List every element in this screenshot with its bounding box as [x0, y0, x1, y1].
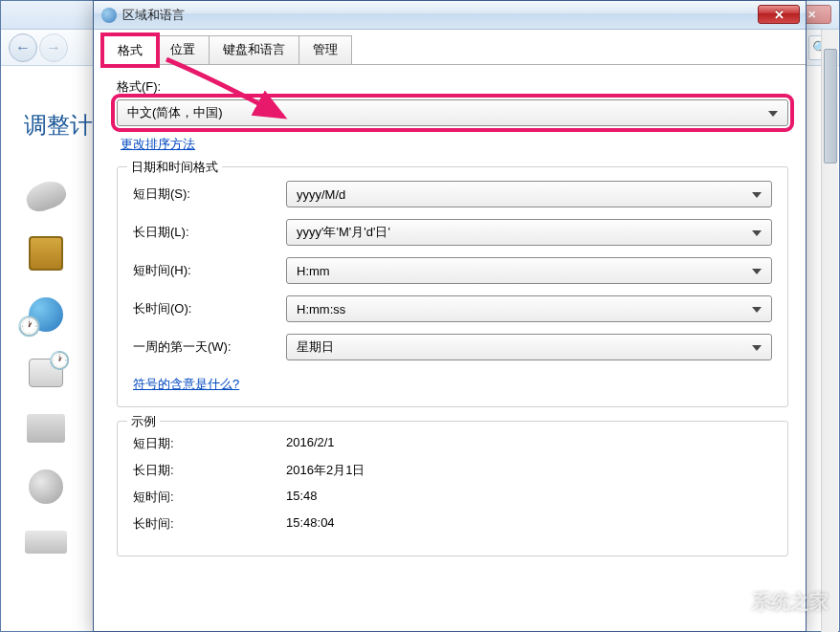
long-date-label: 长日期(L): — [133, 224, 286, 241]
short-time-label: 短时间(H): — [133, 262, 286, 279]
region-language-dialog: 区域和语言 ✕ 格式 位置 键盘和语言 管理 格式(F): 中文(简体，中国) … — [93, 0, 807, 632]
datetime-group-title: 日期和时间格式 — [127, 159, 222, 176]
parent-page-title: 调整计 — [24, 110, 93, 141]
tab-body: 格式(F): 中文(简体，中国) 更改排序方法 日期和时间格式 短日期(S): … — [94, 65, 806, 556]
short-date-dropdown[interactable]: yyyy/M/d — [286, 181, 772, 207]
sidebar — [12, 183, 79, 554]
example-group-title: 示例 — [127, 413, 160, 430]
long-time-dropdown[interactable]: H:mm:ss — [286, 295, 772, 322]
example-long-date-label: 长日期: — [133, 462, 286, 479]
dialog-title: 区域和语言 — [122, 7, 185, 24]
tab-strip: 格式 位置 键盘和语言 管理 — [103, 35, 806, 65]
close-icon: ✕ — [774, 8, 785, 22]
long-time-label: 长时间(O): — [133, 300, 286, 317]
short-time-dropdown[interactable]: H:mm — [286, 257, 772, 284]
example-short-date-label: 短日期: — [133, 435, 286, 452]
scrollbar-thumb[interactable] — [824, 49, 837, 163]
format-dropdown[interactable]: 中文(简体，中国) — [117, 99, 788, 126]
long-date-dropdown[interactable]: yyyy'年'M'月'd'日' — [286, 219, 772, 246]
globe-clock-icon[interactable] — [23, 297, 69, 332]
globe-icon — [101, 8, 117, 23]
nav-back-button[interactable]: ← — [9, 33, 37, 62]
example-short-date-value: 2016/2/1 — [286, 435, 335, 452]
example-long-time-label: 长时间: — [133, 515, 286, 533]
format-label: 格式(F): — [117, 78, 788, 96]
example-short-time-value: 15:48 — [286, 489, 318, 506]
printer-icon[interactable] — [27, 414, 65, 443]
keyboard-icon[interactable] — [25, 531, 67, 554]
dialog-close-button[interactable]: ✕ — [758, 5, 800, 24]
change-sort-link[interactable]: 更改排序方法 — [121, 136, 195, 153]
arrow-left-icon: ← — [15, 39, 31, 56]
tab-format[interactable]: 格式 — [103, 35, 157, 65]
arrow-right-icon: → — [46, 39, 61, 56]
example-long-date-value: 2016年2月1日 — [286, 462, 365, 479]
example-group: 示例 短日期: 2016/2/1 长日期: 2016年2月1日 短时间: 15:… — [117, 421, 788, 556]
short-date-label: 短日期(S): — [133, 185, 286, 203]
format-dropdown-value: 中文(简体，中国) — [127, 104, 223, 121]
example-short-time-label: 短时间: — [133, 489, 286, 506]
dialog-titlebar[interactable]: 区域和语言 ✕ — [94, 1, 806, 30]
symbol-meaning-link[interactable]: 符号的含意是什么? — [133, 376, 239, 393]
first-day-dropdown[interactable]: 星期日 — [286, 334, 772, 360]
nav-forward-button[interactable]: → — [39, 33, 68, 62]
calendar-clock-icon[interactable] — [29, 359, 63, 387]
close-icon: ✕ — [807, 9, 816, 21]
tab-location[interactable]: 位置 — [156, 35, 210, 64]
first-day-label: 一周的第一天(W): — [133, 338, 286, 356]
speaker-icon[interactable] — [29, 469, 63, 504]
parent-scrollbar[interactable] — [821, 30, 838, 632]
example-long-time-value: 15:48:04 — [286, 515, 335, 533]
tab-administrative[interactable]: 管理 — [298, 35, 352, 64]
tab-keyboards-languages[interactable]: 键盘和语言 — [209, 35, 299, 64]
datetime-format-group: 日期和时间格式 短日期(S): yyyy/M/d 长日期(L): yyyy'年'… — [117, 166, 788, 407]
safe-icon[interactable] — [29, 236, 63, 271]
mouse-icon[interactable] — [22, 177, 69, 216]
